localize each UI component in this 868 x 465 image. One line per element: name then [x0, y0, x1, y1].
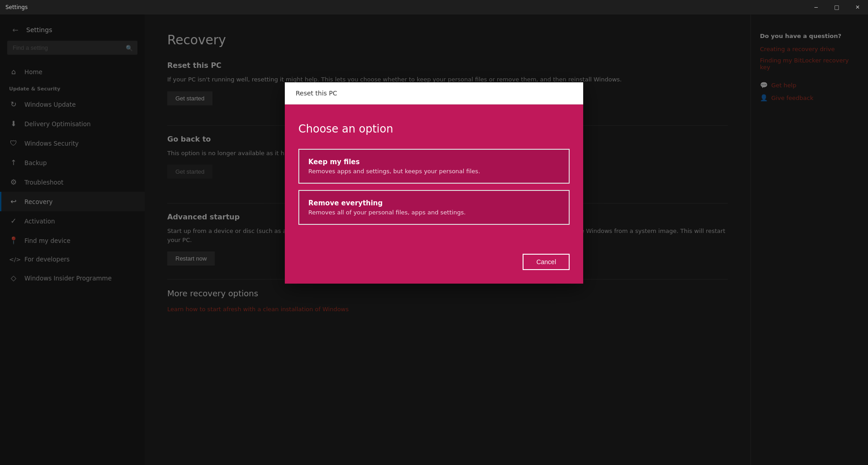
dialog-header-title: Reset this PC [296, 90, 337, 97]
keep-files-option[interactable]: Keep my files Removes apps and settings,… [298, 149, 570, 184]
titlebar-title: Settings [5, 4, 28, 10]
remove-everything-option[interactable]: Remove everything Removes all of your pe… [298, 190, 570, 225]
remove-everything-desc: Removes all of your personal files, apps… [308, 209, 560, 216]
dialog-header: Reset this PC [285, 82, 583, 104]
maximize-button[interactable]: □ [826, 0, 847, 14]
dialog-footer: Cancel [285, 245, 583, 284]
remove-everything-title: Remove everything [308, 199, 560, 207]
modal-overlay: Reset this PC Choose an option Keep my f… [0, 14, 868, 465]
close-button[interactable]: ✕ [847, 0, 868, 14]
titlebar: Settings − □ ✕ [0, 0, 868, 14]
keep-files-desc: Removes apps and settings, but keeps you… [308, 168, 560, 175]
minimize-button[interactable]: − [806, 0, 826, 14]
dialog-body-title: Choose an option [298, 123, 570, 135]
dialog-body: Choose an option Keep my files Removes a… [285, 104, 583, 245]
cancel-button[interactable]: Cancel [523, 254, 570, 270]
reset-dialog: Reset this PC Choose an option Keep my f… [285, 82, 583, 284]
titlebar-controls: − □ ✕ [806, 0, 868, 14]
keep-files-title: Keep my files [308, 158, 560, 166]
